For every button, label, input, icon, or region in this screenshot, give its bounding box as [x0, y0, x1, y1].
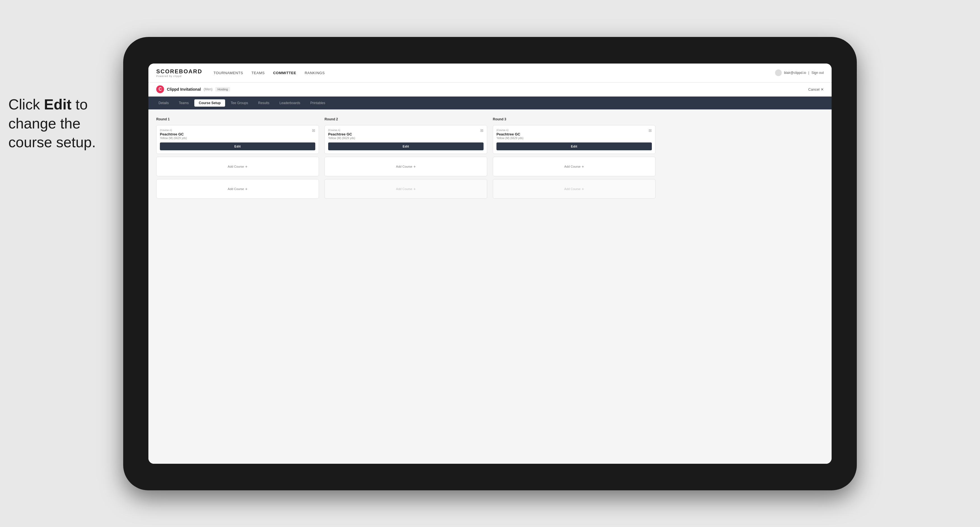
round-2-label: Round 2 — [325, 117, 487, 121]
round-1-course-tag: (Course A) — [160, 129, 315, 132]
round-2-edit-button[interactable]: Edit — [328, 143, 484, 150]
nav-rankings[interactable]: RANKINGS — [305, 71, 325, 75]
instruction-prefix: Click — [8, 96, 44, 113]
nav-teams[interactable]: TEAMS — [251, 71, 265, 75]
plus-icon-2: + — [245, 187, 247, 191]
tablet-device: SCOREBOARD Powered by clippd TOURNAMENTS… — [123, 37, 857, 490]
separator: | — [808, 71, 809, 75]
plus-icon-1: + — [245, 164, 247, 169]
tab-results[interactable]: Results — [254, 99, 274, 106]
hosting-badge: Hosting — [215, 87, 230, 92]
tournament-gender: (Men) — [204, 87, 212, 91]
round-1-add-course-2[interactable]: Add Course + — [156, 179, 319, 199]
nav-links: TOURNAMENTS TEAMS COMMITTEE RANKINGS — [213, 71, 775, 75]
cancel-x-icon: ✕ — [821, 87, 824, 92]
round-3-course-details: Yellow (M) (6629 yds) — [496, 137, 652, 140]
nav-tournaments[interactable]: TOURNAMENTS — [213, 71, 243, 75]
logo-main-text: SCOREBOARD — [156, 68, 202, 75]
plus-icon-6: + — [582, 187, 584, 191]
plus-icon-4: + — [413, 187, 415, 191]
scoreboard-logo: SCOREBOARD Powered by clippd — [156, 68, 202, 78]
user-avatar — [775, 70, 782, 76]
round-1-add-course-1-text: Add Course + — [228, 164, 247, 169]
tab-course-setup[interactable]: Course Setup — [194, 99, 225, 106]
round-1-course-details: Yellow (M) (6629 yds) — [160, 137, 315, 140]
round-2-add-course-1-text: Add Course + — [396, 164, 415, 169]
instruction-bold: Edit — [44, 96, 72, 113]
round-2-course-card: ⊠ (Course A) Peachtree GC Yellow (M) (66… — [325, 125, 487, 154]
round-3-delete-button[interactable]: ⊠ — [648, 128, 653, 133]
round-3-add-course-1[interactable]: Add Course + — [493, 157, 655, 176]
round-1-add-course-2-text: Add Course + — [228, 187, 247, 191]
sign-out-link[interactable]: Sign out — [811, 71, 824, 75]
round-2-delete-button[interactable]: ⊠ — [479, 128, 485, 133]
round-1-course-name: Peachtree GC — [160, 132, 315, 136]
cancel-button[interactable]: Cancel ✕ — [808, 87, 824, 92]
tab-leaderboards[interactable]: Leaderboards — [275, 99, 305, 106]
tablet-screen: SCOREBOARD Powered by clippd TOURNAMENTS… — [148, 63, 832, 464]
plus-icon-3: + — [413, 164, 415, 169]
round-1-add-course-1[interactable]: Add Course + — [156, 157, 319, 176]
round-3-course-name: Peachtree GC — [496, 132, 652, 136]
round-2-course-tag: (Course A) — [328, 129, 484, 132]
round-2-add-course-2: Add Course + — [325, 179, 487, 199]
clippd-logo: C — [156, 85, 164, 93]
round-3-add-course-2: Add Course + — [493, 179, 655, 199]
logo-sub-text: Powered by clippd — [156, 75, 202, 78]
top-navigation: SCOREBOARD Powered by clippd TOURNAMENTS… — [148, 63, 832, 83]
round-4-column-empty — [661, 117, 824, 199]
round-3-add-course-1-text: Add Course + — [564, 164, 584, 169]
round-2-column: Round 2 ⊠ (Course A) Peachtree GC Yellow… — [325, 117, 487, 199]
round-1-edit-button[interactable]: Edit — [160, 143, 315, 150]
tab-bar: Details Teams Course Setup Tee Groups Re… — [148, 97, 832, 110]
round-3-edit-button[interactable]: Edit — [496, 143, 652, 150]
instruction-text: Click Edit to change the course setup. — [8, 95, 126, 152]
round-3-label: Round 3 — [493, 117, 655, 121]
round-2-add-course-2-text: Add Course + — [396, 187, 415, 191]
main-content: Round 1 ⊠ (Course A) Peachtree GC Yellow… — [148, 110, 832, 464]
tab-printables[interactable]: Printables — [306, 99, 329, 106]
round-1-column: Round 1 ⊠ (Course A) Peachtree GC Yellow… — [156, 117, 319, 199]
round-1-label: Round 1 — [156, 117, 319, 121]
round-1-course-card: ⊠ (Course A) Peachtree GC Yellow (M) (66… — [156, 125, 319, 154]
top-nav-right: blair@clippd.io | Sign out — [775, 70, 824, 76]
user-email: blair@clippd.io — [784, 71, 806, 75]
rounds-grid: Round 1 ⊠ (Course A) Peachtree GC Yellow… — [156, 117, 824, 199]
round-1-delete-button[interactable]: ⊠ — [311, 128, 317, 133]
nav-committee[interactable]: COMMITTEE — [273, 71, 296, 75]
sub-header-left: C Clippd Invitational (Men) Hosting — [156, 85, 230, 93]
sub-header: C Clippd Invitational (Men) Hosting Canc… — [148, 83, 832, 97]
round-2-add-course-1[interactable]: Add Course + — [325, 157, 487, 176]
tab-tee-groups[interactable]: Tee Groups — [226, 99, 253, 106]
tab-teams[interactable]: Teams — [175, 99, 193, 106]
round-2-course-name: Peachtree GC — [328, 132, 484, 136]
round-3-course-tag: (Course A) — [496, 129, 652, 132]
round-2-course-details: Yellow (M) (6629 yds) — [328, 137, 484, 140]
tournament-name: Clippd Invitational — [167, 87, 201, 92]
round-3-add-course-2-text: Add Course + — [564, 187, 584, 191]
round-3-course-card: ⊠ (Course A) Peachtree GC Yellow (M) (66… — [493, 125, 655, 154]
round-3-column: Round 3 ⊠ (Course A) Peachtree GC Yellow… — [493, 117, 655, 199]
plus-icon-5: + — [582, 164, 584, 169]
tab-details[interactable]: Details — [154, 99, 173, 106]
